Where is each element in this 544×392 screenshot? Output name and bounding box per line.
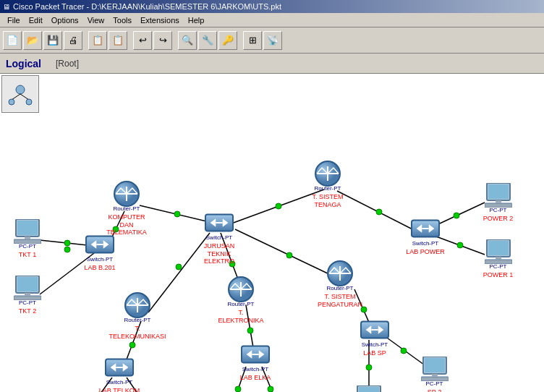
print-button[interactable]: 🖨 [64,31,82,50]
svg-point-37 [247,328,253,333]
pc-icon-tkt2 [13,275,42,300]
node-pc-sp2[interactable]: PC-PT SP 2 [411,356,458,392]
redo-button[interactable]: ↪ [153,31,172,50]
toolbar: 📄 📂 💾 🖨 📋 📋 ↩ ↪ 🔍 🔧 🔑 ⊞ 📡 [0,27,544,54]
pc-icon-sp1 [354,385,383,392]
open-button[interactable]: 📂 [23,31,42,50]
svg-point-36 [457,242,463,248]
svg-point-33 [64,247,70,252]
switch-icon-lab-sp [360,317,389,342]
logical-bar: Logical [Root] [0,54,544,74]
grid-button[interactable]: ⊞ [243,31,262,50]
node-switch-lab-b201[interactable]: Switch-PT LAB B.201 [75,231,125,272]
logical-label[interactable]: Logical [6,58,41,69]
undo-button[interactable]: ↩ [133,31,152,50]
svg-point-43 [129,342,135,348]
save-button[interactable]: 💾 [43,31,62,50]
node-pc-sp1[interactable]: PC-PT SP 1 [345,385,392,392]
node-label-lab-sp: LAB SP [363,349,386,357]
menubar: File Edit Options View Tools Extensions … [0,13,544,27]
svg-point-29 [176,264,182,270]
titlebar: 🖥 Cisco Packet Tracer - D:\KERJAAN\Kulia… [0,0,544,13]
switch-icon-jurusan [205,210,234,235]
svg-rect-94 [488,184,509,199]
node-label-power2: POWER 2 [483,215,514,223]
switch-icon-lab-telkom [105,354,134,380]
paste-button[interactable]: 📋 [109,31,127,50]
settings-button[interactable]: 🔧 [198,31,217,50]
node-switch-jurusan[interactable]: Switch-PT JURUSAN TEKNIK ELEKTRO [194,210,245,265]
pc-icon-power1 [484,239,513,264]
svg-rect-114 [425,358,445,372]
switch-icon-lab-b201 [85,231,114,257]
copy-button[interactable]: 📋 [88,31,107,50]
menu-options[interactable]: Options [47,14,83,26]
node-switch-lab-power[interactable]: Switch-PT LAB POWER [400,216,451,256]
node-pc-tkt1[interactable]: PC-PT TKT 1 [6,218,49,259]
node-label-sp2: SP 2 [428,388,441,392]
svg-rect-92 [25,293,30,296]
svg-point-5 [26,99,32,105]
node-router-telekomunikasi[interactable]: Router-PT T. TELEKOMUNIKASI [112,292,163,340]
node-type-sistem-tenaga: Router-PT [315,186,341,192]
new-button[interactable]: 📄 [3,31,22,50]
node-type-lab-power: Switch-PT [412,241,438,247]
node-switch-lab-sp[interactable]: Switch-PT LAB SP [349,317,400,357]
node-type-lab-telkom: Switch-PT [106,380,132,386]
node-pc-power2[interactable]: PC-PT POWER 2 [475,182,522,223]
node-pc-tkt2[interactable]: PC-PT TKT 2 [6,275,49,315]
node-type-telekomunikasi: Router-PT [124,318,151,324]
node-type-power1: PC-PT [490,264,507,270]
switch-icon-lab-elka [241,341,270,367]
node-type-lab-elka: Switch-PT [242,367,268,373]
router-icon [112,181,141,206]
node-router-komputer[interactable]: Router-PT KOMPUTER DAN TELEMATIKA [101,181,152,237]
menu-file[interactable]: File [3,14,25,26]
menu-edit[interactable]: Edit [25,14,47,26]
svg-point-4 [9,99,14,105]
node-label-jurusan: JURUSAN TEKNIK ELEKTRO [194,242,245,265]
node-router-sistem-pengaturan[interactable]: Router-PT T. SISTEM PENGATURAN [315,260,365,308]
menu-tools[interactable]: Tools [109,14,136,26]
router-icon-telekomunikasi [123,292,152,318]
router-icon-elektronika [226,276,255,302]
key-button[interactable]: 🔑 [218,31,237,50]
node-router-sistem-tenaga[interactable]: Router-PT T. SISTEM TENAGA [302,161,353,208]
node-router-elektronika[interactable]: Router-PT T. ELEKTRONIKA [216,276,266,324]
menu-view[interactable]: View [83,14,109,26]
menu-help[interactable]: Help [184,14,209,26]
node-switch-lab-elka[interactable]: Switch-PT LAB ELKA [230,341,281,382]
node-pc-power1[interactable]: PC-PT POWER 1 [475,239,522,279]
zoom-button[interactable]: 🔍 [178,31,197,50]
app-icon: 🖥 [3,3,10,11]
svg-point-41 [366,365,372,370]
svg-rect-90 [17,277,38,291]
svg-point-26 [174,211,180,217]
node-label-lab-b201: LAB B.201 [84,264,115,272]
router-icon-sistem-pengaturan [326,260,354,286]
node-label-lab-telkom: LAB TELKOM [99,387,140,392]
device-button[interactable]: 📡 [263,31,282,50]
node-label-telekomunikasi: T. TELEKOMUNIKASI [109,325,166,341]
svg-point-35 [454,213,459,218]
svg-point-42 [401,348,407,354]
node-label-power1: POWER 1 [483,271,514,279]
router-icon-sistem-tenaga [313,161,342,186]
node-label-tkt1: TKT 1 [19,251,36,259]
node-switch-lab-telkom[interactable]: Switch-PT LAB TELKOM [94,354,145,392]
node-type-tkt1: PC-PT [19,244,36,250]
pc-icon-sp2 [420,356,449,381]
svg-rect-110 [359,387,379,393]
svg-point-39 [268,386,273,392]
node-type-lab-b201: Switch-PT [87,257,113,263]
node-label-sistem-pengaturan: T. SISTEM PENGATURAN [315,293,365,309]
svg-point-1 [16,85,25,94]
network-canvas[interactable]: Router-PT KOMPUTER DAN TELEMATIKA Switch… [0,74,544,392]
node-label-sistem-tenaga: T. SISTEM TENAGA [302,193,353,209]
node-label-elektronika: T. ELEKTRONIKA [216,309,266,325]
node-type-sp2: PC-PT [426,381,443,388]
node-type-router-komputer: Router-PT [114,206,140,213]
svg-point-34 [376,209,382,215]
svg-point-38 [235,386,241,392]
menu-extensions[interactable]: Extensions [136,14,184,26]
